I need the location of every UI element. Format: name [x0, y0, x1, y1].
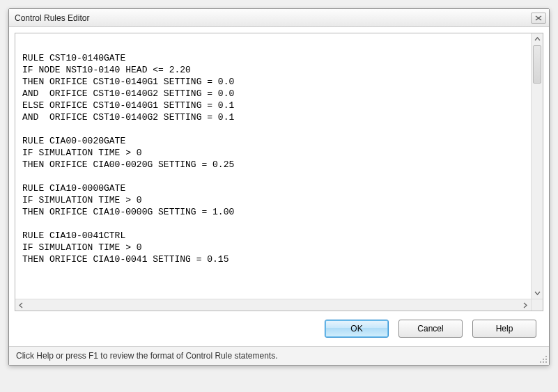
statusbar: Click Help or press F1 to review the for…: [9, 346, 549, 365]
vertical-scrollbar[interactable]: [531, 33, 543, 299]
svg-point-0: [545, 356, 547, 357]
close-button[interactable]: [531, 13, 546, 24]
scroll-left-button[interactable]: [15, 299, 27, 311]
dialog-window: Control Rules Editor RULE CST10-0140GATE…: [8, 8, 550, 366]
horizontal-scrollbar[interactable]: [15, 299, 543, 311]
resize-grip[interactable]: [538, 354, 548, 363]
svg-point-4: [543, 361, 544, 363]
scroll-down-button[interactable]: [532, 287, 543, 299]
editor-body: RULE CST10-0140GATE IF NODE NST10-0140 H…: [15, 33, 543, 299]
horizontal-scroll-track[interactable]: [27, 299, 519, 311]
content-area: RULE CST10-0140GATE IF NODE NST10-0140 H…: [9, 27, 549, 346]
editor-frame: RULE CST10-0140GATE IF NODE NST10-0140 H…: [15, 33, 543, 311]
window-title: Control Rules Editor: [15, 13, 531, 23]
cancel-button[interactable]: Cancel: [398, 320, 463, 338]
svg-point-2: [545, 359, 547, 360]
button-row: OK Cancel Help: [15, 311, 543, 346]
help-button[interactable]: Help: [472, 320, 536, 338]
vertical-scroll-thumb[interactable]: [533, 45, 541, 84]
status-hint: Click Help or press F1 to review the for…: [16, 351, 277, 361]
chevron-up-icon: [534, 36, 541, 42]
scroll-corner: [531, 299, 543, 311]
ok-button[interactable]: OK: [325, 320, 389, 338]
chevron-left-icon: [18, 302, 24, 308]
svg-point-1: [543, 359, 544, 360]
scroll-right-button[interactable]: [519, 299, 531, 311]
close-icon: [535, 15, 542, 21]
chevron-down-icon: [534, 290, 541, 296]
rules-textarea[interactable]: RULE CST10-0140GATE IF NODE NST10-0140 H…: [15, 33, 531, 299]
titlebar[interactable]: Control Rules Editor: [9, 9, 549, 27]
chevron-right-icon: [522, 302, 528, 308]
vertical-scroll-track[interactable]: [532, 45, 543, 287]
svg-point-5: [545, 361, 547, 363]
svg-point-3: [540, 361, 541, 363]
scroll-up-button[interactable]: [532, 33, 543, 45]
